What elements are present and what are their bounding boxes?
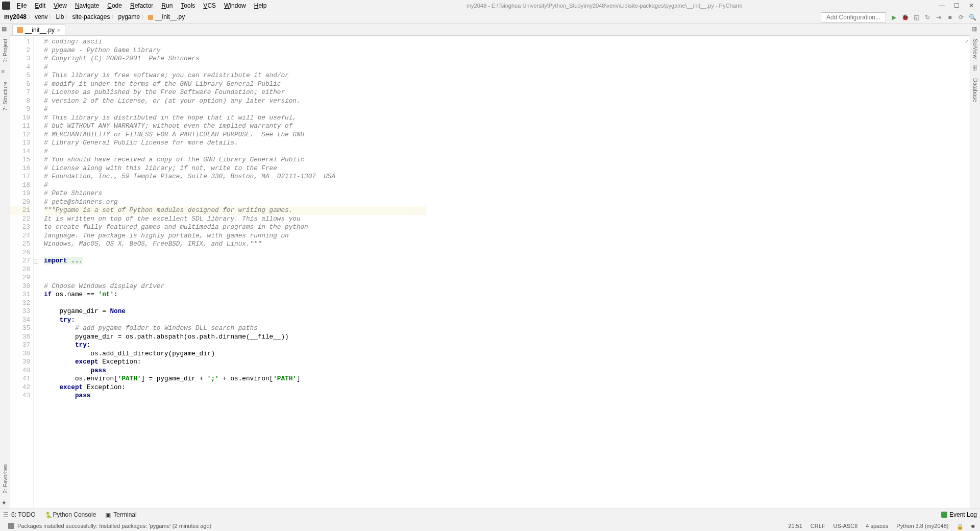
tab-close-icon[interactable]: ✕: [57, 28, 61, 33]
tool-tab-favorites[interactable]: 2: Favorites: [1, 460, 9, 497]
code-line[interactable]: # Pete Shinners: [44, 189, 426, 198]
breadcrumb-item[interactable]: site-packages: [72, 13, 110, 20]
code-line[interactable]: [44, 274, 426, 282]
code-line[interactable]: Windows, MacOS, OS X, BeOS, FreeBSD, IRI…: [44, 240, 426, 249]
code-line[interactable]: [44, 299, 426, 308]
profile-icon[interactable]: ↻: [924, 14, 931, 21]
code-line[interactable]: #: [44, 181, 426, 190]
breadcrumb-item[interactable]: my2048: [4, 13, 27, 20]
code-line[interactable]: except Exception:: [44, 383, 426, 392]
menu-code[interactable]: Code: [104, 1, 126, 10]
code-line[interactable]: # License along with this library; if no…: [44, 164, 426, 173]
structure-icon[interactable]: ≡: [2, 68, 9, 76]
menu-edit[interactable]: Edit: [31, 1, 49, 10]
close-icon[interactable]: ✕: [969, 2, 974, 9]
code-line[interactable]: os.environ['PATH'] = pygame_dir + ';' + …: [44, 375, 426, 383]
run-config-selector[interactable]: Add Configuration...: [821, 12, 886, 22]
code-line[interactable]: try:: [44, 341, 426, 350]
menu-tools[interactable]: Tools: [177, 1, 199, 10]
file-encoding[interactable]: US-ASCII: [834, 523, 858, 529]
code-line[interactable]: # Choose Windows display driver: [44, 282, 426, 291]
python-interpreter[interactable]: Python 3.8 (my2048): [896, 523, 948, 529]
menu-vcs[interactable]: VCS: [200, 1, 219, 10]
list-icon: ☰: [3, 512, 9, 518]
favorites-icon[interactable]: ★: [2, 499, 9, 506]
code-line[interactable]: # pygame - Python Game Library: [44, 46, 426, 55]
line-separator[interactable]: CRLF: [811, 523, 825, 529]
run-icon[interactable]: ▶: [890, 14, 897, 21]
code-line[interactable]: # Library General Public License for mor…: [44, 139, 426, 148]
code-line[interactable]: # License as published by the Free Softw…: [44, 88, 426, 97]
coverage-icon[interactable]: ◱: [913, 14, 920, 21]
code-line[interactable]: [44, 266, 426, 274]
editor-tab[interactable]: __init__.py ✕: [12, 25, 65, 35]
database-icon[interactable]: 🗄: [972, 65, 979, 72]
attach-icon[interactable]: ⇥: [935, 14, 942, 21]
code-line[interactable]: # coding: ascii: [44, 38, 426, 46]
code-line[interactable]: # This library is free software; you can…: [44, 71, 426, 80]
readonly-lock-icon[interactable]: 🔒: [957, 523, 962, 528]
menu-refactor[interactable]: Refactor: [127, 1, 157, 10]
code-line[interactable]: # add pygame folder to Windows DLL searc…: [44, 324, 426, 333]
code-line[interactable]: #: [44, 105, 426, 114]
indent-setting[interactable]: 4 spaces: [866, 523, 888, 529]
code-line[interactable]: language. The package is highly portable…: [44, 232, 426, 240]
code-line[interactable]: """Pygame is a set of Python modules des…: [44, 206, 426, 215]
code-line[interactable]: # Copyright (C) 2000-2001 Pete Shinners: [44, 55, 426, 63]
menu-help[interactable]: Help: [251, 1, 271, 10]
code-line[interactable]: to create fully featured games and multi…: [44, 223, 426, 232]
code-line[interactable]: # This library is distributed in the hop…: [44, 114, 426, 123]
code-line[interactable]: # You should have received a copy of the…: [44, 156, 426, 164]
code-editor[interactable]: 1234567891011121314151617181920212223242…: [10, 36, 970, 509]
tool-tab-database[interactable]: Database: [971, 74, 979, 106]
caret-position[interactable]: 21:51: [788, 523, 802, 529]
menu-window[interactable]: Window: [220, 1, 250, 10]
code-line[interactable]: # but WITHOUT ANY WARRANTY; without even…: [44, 122, 426, 131]
code-line[interactable]: # Foundation, Inc., 59 Temple Place, Sui…: [44, 173, 426, 181]
code-line[interactable]: pass: [44, 392, 426, 400]
sciview-icon[interactable]: ▥: [972, 26, 979, 33]
code-line[interactable]: # version 2 of the License, or (at your …: [44, 97, 426, 106]
menu-navigate[interactable]: Navigate: [71, 1, 103, 10]
tool-tab-sciview[interactable]: SciView: [971, 35, 979, 63]
project-icon[interactable]: ▦: [2, 26, 9, 33]
code-line[interactable]: try:: [44, 316, 426, 325]
line-number: 37: [10, 341, 30, 350]
code-line[interactable]: # pete@shinners.org: [44, 198, 426, 207]
code-line[interactable]: if os.name == 'nt':: [44, 291, 426, 299]
event-log-button[interactable]: Event Log: [941, 511, 977, 518]
tool-tab-structure[interactable]: 7: Structure: [1, 78, 9, 115]
menu-view[interactable]: View: [50, 1, 70, 10]
code-line[interactable]: #: [44, 63, 426, 72]
stop-icon[interactable]: ■: [946, 14, 953, 21]
breadcrumb-item[interactable]: pygame: [118, 13, 140, 20]
code-line[interactable]: except Exception:: [44, 358, 426, 367]
search-icon[interactable]: 🔍: [969, 14, 976, 21]
update-icon[interactable]: ⟳: [958, 14, 965, 21]
code-line[interactable]: [44, 249, 426, 257]
menu-run[interactable]: Run: [158, 1, 176, 10]
code-line[interactable]: pass: [44, 367, 426, 375]
breadcrumb-item[interactable]: Lib: [56, 13, 64, 20]
bottom-tab-python-console[interactable]: 🐍Python Console: [45, 511, 96, 518]
breadcrumb-item[interactable]: __init__.py: [148, 13, 185, 20]
status-indicator-icon[interactable]: [8, 523, 14, 529]
code-line[interactable]: It is written on top of the excellent SD…: [44, 215, 426, 224]
code-line[interactable]: pygame_dir = None: [44, 307, 426, 316]
minimize-icon[interactable]: —: [939, 2, 945, 9]
code-line[interactable]: # modify it under the terms of the GNU L…: [44, 80, 426, 89]
code-line[interactable]: # MERCHANTABILITY or FITNESS FOR A PARTI…: [44, 131, 426, 139]
code-line[interactable]: #: [44, 148, 426, 156]
debug-icon[interactable]: 🐞: [901, 14, 909, 21]
code-content[interactable]: # coding: ascii# pygame - Python Game Li…: [41, 36, 426, 509]
code-line[interactable]: os.add_dll_directory(pygame_dir): [44, 350, 426, 358]
maximize-icon[interactable]: ☐: [954, 2, 960, 9]
menu-file[interactable]: File: [13, 1, 30, 10]
bottom-tab-terminal[interactable]: ▣Terminal: [105, 511, 136, 518]
bottom-tab----todo[interactable]: ☰6: TODO: [3, 511, 36, 518]
code-line[interactable]: pygame_dir = os.path.abspath(os.path.dir…: [44, 333, 426, 342]
breadcrumb-item[interactable]: venv: [35, 13, 47, 20]
tool-tab-project[interactable]: 1: Project: [1, 35, 9, 66]
hector-icon[interactable]: ☻: [970, 523, 976, 529]
code-line[interactable]: import ...: [44, 257, 426, 266]
